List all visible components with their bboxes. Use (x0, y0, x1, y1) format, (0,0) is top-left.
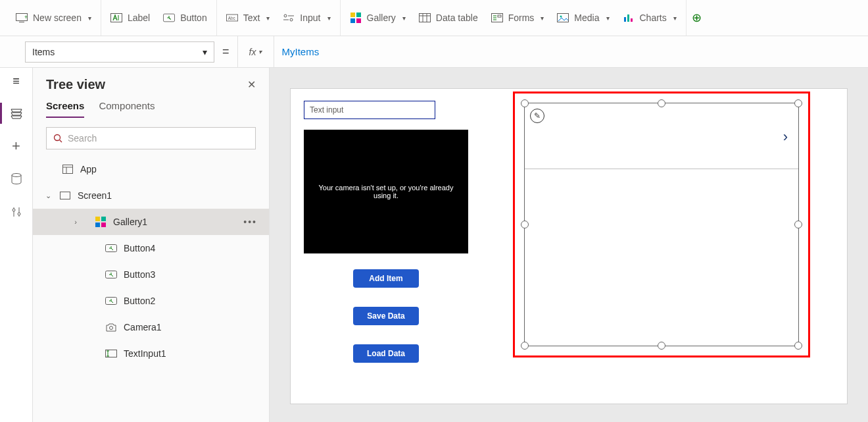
svg-rect-27 (624, 17, 626, 22)
svg-rect-13 (356, 13, 361, 17)
canvas-area[interactable]: Text input Your camera isn't set up, or … (270, 68, 868, 422)
tree-node-button3[interactable]: Button3 (33, 261, 269, 288)
canvas-gallery[interactable]: ✎ › (524, 103, 799, 346)
svg-rect-12 (350, 13, 355, 17)
textinput-value: Text input (310, 105, 343, 115)
chevron-down-icon: ▾ (541, 14, 544, 22)
fx-button[interactable]: fx ▾ (237, 36, 274, 68)
chevron-down-icon: ▾ (266, 14, 270, 22)
tab-screens[interactable]: Screens (46, 100, 84, 118)
fx-label: fx (249, 47, 256, 57)
svg-rect-43 (95, 223, 100, 227)
svg-point-30 (12, 174, 21, 177)
resize-handle[interactable] (658, 99, 665, 107)
tab-components[interactable]: Components (99, 100, 155, 118)
camera-message: Your camera isn't set up, or you're alre… (316, 184, 456, 199)
insert-button-text: Button (180, 13, 206, 23)
canvas-loaddata-button[interactable]: Load Data (353, 344, 419, 363)
rail-tools[interactable] (9, 204, 24, 220)
tree-view-title: Tree view (46, 77, 105, 92)
insert-input-menu[interactable]: Input ▾ (283, 12, 330, 24)
tree-node-label: App (80, 164, 97, 174)
svg-rect-28 (627, 14, 629, 22)
tree-node-gallery1[interactable]: › Gallery1 ••• (33, 209, 269, 235)
search-placeholder: Search (68, 133, 97, 144)
formula-bar: Items ▾ = fx ▾ MyItems (0, 36, 868, 68)
ribbon-overflow-icon[interactable]: ⊕ (687, 11, 702, 25)
label-icon (110, 12, 122, 24)
tree-node-camera1[interactable]: Camera1 (33, 314, 269, 340)
tree-node-button4[interactable]: Button4 (33, 235, 269, 261)
svg-point-48 (110, 326, 113, 329)
tree-node-app[interactable]: App (33, 156, 269, 182)
resize-handle[interactable] (794, 221, 802, 228)
expand-icon[interactable]: ⌄ (43, 192, 53, 200)
insert-label-text: Label (128, 13, 150, 23)
svg-rect-37 (63, 165, 73, 174)
canvas-additem-button[interactable]: Add Item (353, 269, 419, 288)
canvas-savedata-button[interactable]: Save Data (353, 307, 419, 325)
svg-point-26 (560, 16, 562, 18)
formula-text: MyItems (282, 46, 320, 57)
resize-handle[interactable] (794, 99, 802, 107)
textinput-icon (105, 348, 117, 359)
tree-node-label: TextInput1 (124, 348, 166, 359)
chevron-down-icon: ▾ (203, 47, 207, 57)
insert-charts-menu[interactable]: Charts ▾ (623, 12, 677, 24)
svg-rect-15 (356, 18, 361, 23)
insert-datatable[interactable]: Data table (419, 12, 478, 24)
gallery-template-row[interactable]: › (525, 103, 798, 169)
button-label: Add Item (369, 274, 402, 283)
insert-media-menu[interactable]: Media ▾ (557, 12, 609, 24)
resize-handle[interactable] (521, 342, 529, 350)
tree-node-screen1[interactable]: ⌄ Screen1 (33, 182, 269, 209)
resize-handle[interactable] (521, 99, 529, 107)
datatable-icon (419, 12, 431, 24)
media-icon (557, 12, 569, 24)
chevron-right-icon[interactable]: › (783, 128, 788, 145)
rail-insert[interactable]: + (9, 138, 24, 154)
insert-ribbon: + New screen ▾ Label Button Abc Text ▾ (0, 0, 868, 36)
insert-text-menu[interactable]: Abc Text ▾ (226, 12, 270, 24)
rail-data[interactable] (9, 171, 24, 187)
new-screen-label: New screen (33, 13, 82, 23)
equals-sign: = (214, 45, 237, 59)
expand-icon[interactable]: › (71, 218, 80, 226)
chevron-down-icon: ▾ (88, 14, 91, 22)
left-rail: ≡ + (0, 68, 33, 422)
search-icon (53, 134, 62, 143)
more-icon[interactable]: ••• (243, 217, 257, 227)
new-screen-menu[interactable]: + New screen ▾ (16, 12, 91, 24)
formula-input[interactable]: MyItems (274, 36, 868, 68)
chevron-down-icon: ▾ (327, 14, 331, 22)
tree-node-label: Button2 (124, 296, 155, 306)
svg-point-10 (290, 18, 293, 21)
close-icon[interactable]: ✕ (247, 78, 256, 91)
app-icon (62, 163, 74, 175)
insert-label[interactable]: Label (110, 12, 150, 24)
resize-handle[interactable] (521, 221, 529, 228)
insert-forms-menu[interactable]: Forms ▾ (491, 12, 544, 24)
canvas-textinput[interactable]: Text input (304, 101, 435, 119)
resize-handle[interactable] (794, 342, 802, 350)
tree-search-input[interactable]: Search (46, 127, 256, 149)
insert-input-text: Input (300, 13, 320, 23)
insert-media-text: Media (574, 13, 599, 23)
tree-node-button2[interactable]: Button2 (33, 288, 269, 314)
insert-text-text: Text (243, 13, 260, 23)
canvas-camera[interactable]: Your camera isn't set up, or you're alre… (304, 130, 468, 253)
charts-icon (623, 12, 635, 24)
insert-datatable-text: Data table (436, 13, 478, 23)
gallery-icon (95, 216, 107, 228)
canvas-screen[interactable]: Text input Your camera isn't set up, or … (291, 89, 847, 404)
tree-node-textinput1[interactable]: TextInput1 (33, 340, 269, 367)
gallery-selection-highlight: ✎ › (513, 92, 810, 357)
input-icon (283, 12, 295, 24)
hamburger-icon[interactable]: ≡ (12, 74, 20, 88)
insert-gallery-menu[interactable]: Gallery ▾ (350, 12, 406, 24)
rail-treeview[interactable] (9, 105, 24, 121)
resize-handle[interactable] (658, 342, 665, 350)
insert-button[interactable]: Button (163, 12, 206, 24)
property-dropdown[interactable]: Items ▾ (25, 41, 214, 63)
tree-node-label: Camera1 (124, 322, 162, 332)
